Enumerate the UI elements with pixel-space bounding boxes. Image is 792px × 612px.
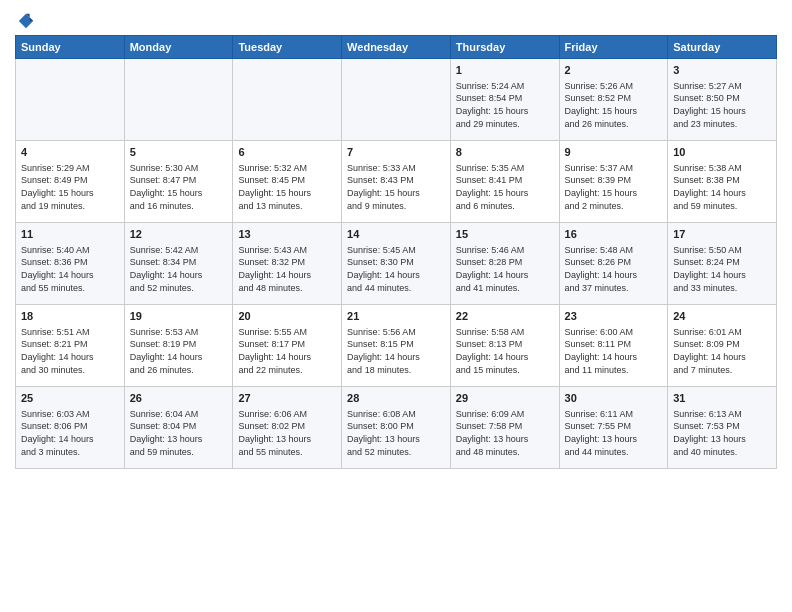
day-number: 11 <box>21 227 119 242</box>
weekday-header-sunday: Sunday <box>16 36 125 59</box>
day-info: Sunrise: 5:29 AM Sunset: 8:49 PM Dayligh… <box>21 162 119 212</box>
calendar-cell: 25Sunrise: 6:03 AM Sunset: 8:06 PM Dayli… <box>16 387 125 469</box>
day-number: 30 <box>565 391 663 406</box>
day-number: 31 <box>673 391 771 406</box>
calendar-cell: 12Sunrise: 5:42 AM Sunset: 8:34 PM Dayli… <box>124 223 233 305</box>
calendar-cell: 28Sunrise: 6:08 AM Sunset: 8:00 PM Dayli… <box>342 387 451 469</box>
weekday-header-monday: Monday <box>124 36 233 59</box>
calendar-cell <box>342 59 451 141</box>
calendar-cell: 4Sunrise: 5:29 AM Sunset: 8:49 PM Daylig… <box>16 141 125 223</box>
calendar-week-row: 1Sunrise: 5:24 AM Sunset: 8:54 PM Daylig… <box>16 59 777 141</box>
day-number: 16 <box>565 227 663 242</box>
day-number: 29 <box>456 391 554 406</box>
day-info: Sunrise: 5:27 AM Sunset: 8:50 PM Dayligh… <box>673 80 771 130</box>
calendar-cell: 21Sunrise: 5:56 AM Sunset: 8:15 PM Dayli… <box>342 305 451 387</box>
calendar-week-row: 4Sunrise: 5:29 AM Sunset: 8:49 PM Daylig… <box>16 141 777 223</box>
calendar-cell: 8Sunrise: 5:35 AM Sunset: 8:41 PM Daylig… <box>450 141 559 223</box>
day-info: Sunrise: 6:13 AM Sunset: 7:53 PM Dayligh… <box>673 408 771 458</box>
day-info: Sunrise: 6:09 AM Sunset: 7:58 PM Dayligh… <box>456 408 554 458</box>
day-info: Sunrise: 6:11 AM Sunset: 7:55 PM Dayligh… <box>565 408 663 458</box>
calendar-cell: 14Sunrise: 5:45 AM Sunset: 8:30 PM Dayli… <box>342 223 451 305</box>
day-number: 10 <box>673 145 771 160</box>
calendar-cell: 31Sunrise: 6:13 AM Sunset: 7:53 PM Dayli… <box>668 387 777 469</box>
day-info: Sunrise: 6:00 AM Sunset: 8:11 PM Dayligh… <box>565 326 663 376</box>
calendar-cell <box>233 59 342 141</box>
calendar-cell: 11Sunrise: 5:40 AM Sunset: 8:36 PM Dayli… <box>16 223 125 305</box>
calendar-cell: 10Sunrise: 5:38 AM Sunset: 8:38 PM Dayli… <box>668 141 777 223</box>
day-info: Sunrise: 5:51 AM Sunset: 8:21 PM Dayligh… <box>21 326 119 376</box>
day-info: Sunrise: 5:40 AM Sunset: 8:36 PM Dayligh… <box>21 244 119 294</box>
day-number: 23 <box>565 309 663 324</box>
calendar-week-row: 25Sunrise: 6:03 AM Sunset: 8:06 PM Dayli… <box>16 387 777 469</box>
calendar-cell: 19Sunrise: 5:53 AM Sunset: 8:19 PM Dayli… <box>124 305 233 387</box>
day-number: 3 <box>673 63 771 78</box>
day-number: 1 <box>456 63 554 78</box>
day-info: Sunrise: 5:45 AM Sunset: 8:30 PM Dayligh… <box>347 244 445 294</box>
day-info: Sunrise: 6:08 AM Sunset: 8:00 PM Dayligh… <box>347 408 445 458</box>
day-number: 28 <box>347 391 445 406</box>
calendar-cell: 22Sunrise: 5:58 AM Sunset: 8:13 PM Dayli… <box>450 305 559 387</box>
day-number: 14 <box>347 227 445 242</box>
day-number: 13 <box>238 227 336 242</box>
day-number: 2 <box>565 63 663 78</box>
day-number: 15 <box>456 227 554 242</box>
calendar-cell: 18Sunrise: 5:51 AM Sunset: 8:21 PM Dayli… <box>16 305 125 387</box>
logo <box>15 10 35 27</box>
calendar-cell: 29Sunrise: 6:09 AM Sunset: 7:58 PM Dayli… <box>450 387 559 469</box>
weekday-header-wednesday: Wednesday <box>342 36 451 59</box>
day-number: 4 <box>21 145 119 160</box>
day-number: 27 <box>238 391 336 406</box>
weekday-header-friday: Friday <box>559 36 668 59</box>
day-number: 25 <box>21 391 119 406</box>
calendar-week-row: 11Sunrise: 5:40 AM Sunset: 8:36 PM Dayli… <box>16 223 777 305</box>
day-number: 6 <box>238 145 336 160</box>
day-info: Sunrise: 5:26 AM Sunset: 8:52 PM Dayligh… <box>565 80 663 130</box>
weekday-header-row: SundayMondayTuesdayWednesdayThursdayFrid… <box>16 36 777 59</box>
day-info: Sunrise: 5:42 AM Sunset: 8:34 PM Dayligh… <box>130 244 228 294</box>
day-info: Sunrise: 5:56 AM Sunset: 8:15 PM Dayligh… <box>347 326 445 376</box>
calendar-cell: 23Sunrise: 6:00 AM Sunset: 8:11 PM Dayli… <box>559 305 668 387</box>
day-info: Sunrise: 5:53 AM Sunset: 8:19 PM Dayligh… <box>130 326 228 376</box>
day-info: Sunrise: 5:43 AM Sunset: 8:32 PM Dayligh… <box>238 244 336 294</box>
day-info: Sunrise: 5:33 AM Sunset: 8:43 PM Dayligh… <box>347 162 445 212</box>
day-info: Sunrise: 6:01 AM Sunset: 8:09 PM Dayligh… <box>673 326 771 376</box>
day-number: 8 <box>456 145 554 160</box>
calendar-cell: 24Sunrise: 6:01 AM Sunset: 8:09 PM Dayli… <box>668 305 777 387</box>
calendar-cell: 13Sunrise: 5:43 AM Sunset: 8:32 PM Dayli… <box>233 223 342 305</box>
calendar-cell: 26Sunrise: 6:04 AM Sunset: 8:04 PM Dayli… <box>124 387 233 469</box>
logo-icon <box>17 12 35 30</box>
day-info: Sunrise: 6:06 AM Sunset: 8:02 PM Dayligh… <box>238 408 336 458</box>
day-info: Sunrise: 6:03 AM Sunset: 8:06 PM Dayligh… <box>21 408 119 458</box>
day-number: 20 <box>238 309 336 324</box>
day-info: Sunrise: 5:24 AM Sunset: 8:54 PM Dayligh… <box>456 80 554 130</box>
calendar-cell: 3Sunrise: 5:27 AM Sunset: 8:50 PM Daylig… <box>668 59 777 141</box>
calendar-cell: 1Sunrise: 5:24 AM Sunset: 8:54 PM Daylig… <box>450 59 559 141</box>
calendar-cell: 17Sunrise: 5:50 AM Sunset: 8:24 PM Dayli… <box>668 223 777 305</box>
day-number: 26 <box>130 391 228 406</box>
day-info: Sunrise: 5:55 AM Sunset: 8:17 PM Dayligh… <box>238 326 336 376</box>
day-info: Sunrise: 5:46 AM Sunset: 8:28 PM Dayligh… <box>456 244 554 294</box>
day-number: 17 <box>673 227 771 242</box>
main-container: SundayMondayTuesdayWednesdayThursdayFrid… <box>0 0 792 474</box>
day-number: 22 <box>456 309 554 324</box>
day-number: 21 <box>347 309 445 324</box>
day-number: 19 <box>130 309 228 324</box>
calendar-header <box>15 10 777 27</box>
day-info: Sunrise: 6:04 AM Sunset: 8:04 PM Dayligh… <box>130 408 228 458</box>
day-number: 5 <box>130 145 228 160</box>
day-info: Sunrise: 5:30 AM Sunset: 8:47 PM Dayligh… <box>130 162 228 212</box>
calendar-cell <box>16 59 125 141</box>
calendar-cell: 5Sunrise: 5:30 AM Sunset: 8:47 PM Daylig… <box>124 141 233 223</box>
day-number: 12 <box>130 227 228 242</box>
calendar-table: SundayMondayTuesdayWednesdayThursdayFrid… <box>15 35 777 469</box>
day-info: Sunrise: 5:48 AM Sunset: 8:26 PM Dayligh… <box>565 244 663 294</box>
calendar-cell: 7Sunrise: 5:33 AM Sunset: 8:43 PM Daylig… <box>342 141 451 223</box>
calendar-cell <box>124 59 233 141</box>
calendar-week-row: 18Sunrise: 5:51 AM Sunset: 8:21 PM Dayli… <box>16 305 777 387</box>
calendar-cell: 2Sunrise: 5:26 AM Sunset: 8:52 PM Daylig… <box>559 59 668 141</box>
weekday-header-thursday: Thursday <box>450 36 559 59</box>
calendar-cell: 9Sunrise: 5:37 AM Sunset: 8:39 PM Daylig… <box>559 141 668 223</box>
day-number: 7 <box>347 145 445 160</box>
calendar-cell: 6Sunrise: 5:32 AM Sunset: 8:45 PM Daylig… <box>233 141 342 223</box>
day-info: Sunrise: 5:50 AM Sunset: 8:24 PM Dayligh… <box>673 244 771 294</box>
